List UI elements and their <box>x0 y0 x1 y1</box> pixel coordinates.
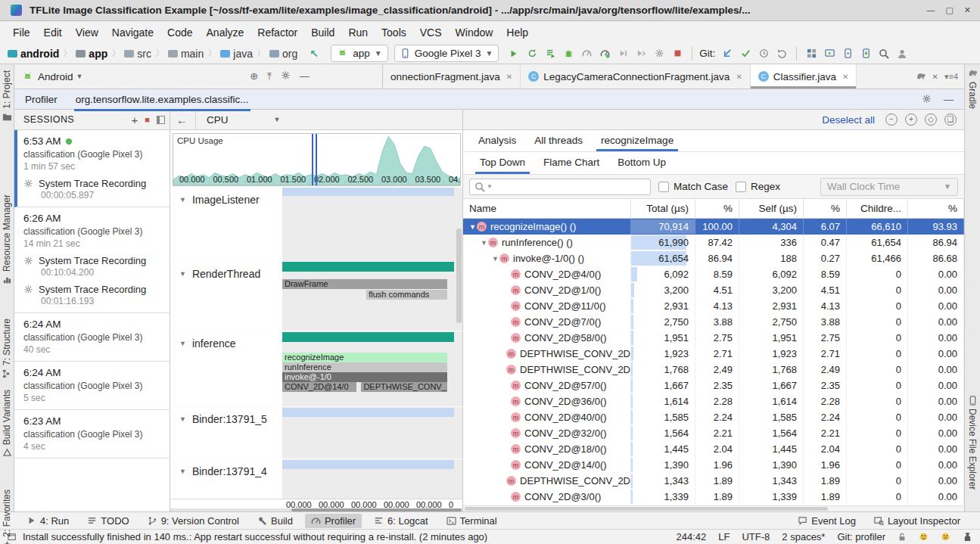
stop-session-icon[interactable]: ■ <box>145 115 150 124</box>
stop-button[interactable] <box>668 45 686 62</box>
navigate-back-icon[interactable]: ↖ <box>305 45 323 62</box>
cpu-usage-chart[interactable]: CPU Usage 00.00000.50001.00001.50002.000… <box>173 133 461 186</box>
frown-icon[interactable] <box>941 532 950 542</box>
trace-event-invoke-1-0[interactable]: invoke@-1/0 <box>282 372 447 382</box>
project-structure-button[interactable] <box>802 45 820 62</box>
trace-event[interactable] <box>282 262 454 272</box>
menu-analyze[interactable]: Analyze <box>200 23 251 42</box>
expand-thread-icon[interactable]: ▼ <box>179 196 186 204</box>
trace-event-drawframe[interactable]: DrawFrame <box>282 279 447 289</box>
menu-edit[interactable]: Edit <box>37 23 69 42</box>
recording-item[interactable]: System Trace Recording <box>23 284 163 295</box>
breadcrumb-java[interactable]: java <box>220 48 253 60</box>
table-row[interactable]: ▼minvoke@-1/0() ()61,65486.941880.2761,4… <box>463 250 964 266</box>
trace-event-recognizeimage[interactable]: recognizeImage <box>282 353 447 362</box>
attach-profiler-button[interactable] <box>632 45 650 62</box>
expand-thread-icon[interactable]: ▼ <box>179 340 186 347</box>
breadcrumb-main[interactable]: main <box>168 48 204 60</box>
table-row[interactable]: mCONV_2D@57/0()1,6672.351,6672.3500.00 <box>463 378 964 393</box>
toolwindow-9-version-control[interactable]: 9: Version Control <box>142 514 245 528</box>
locate-file-icon[interactable]: ⊕ <box>250 70 258 82</box>
expand-row-icon[interactable]: ▼ <box>481 239 488 247</box>
thread-track-imagelistener[interactable]: ▼ImageListener <box>170 187 463 261</box>
trace-event-depthwise-conv-[interactable]: DEPTHWISE_CONV_... <box>361 382 447 392</box>
project-view-selector[interactable]: Android <box>38 71 73 82</box>
column-header[interactable]: Self (µs) <box>739 199 804 218</box>
zoom-out-icon[interactable]: − <box>885 113 898 126</box>
table-row[interactable]: mDEPTHWISE_CONV_2D1,7682.491,7682.4900.0… <box>463 362 964 378</box>
hidden-tabs-dropdown[interactable]: ▾≡4 <box>944 72 958 82</box>
subtab-top-down[interactable]: Top Down <box>474 153 531 174</box>
stage-selector-dropdown[interactable]: CPU ▼ <box>196 114 280 126</box>
table-row[interactable]: mCONV_2D@3/0()1,3391.891,3391.8900.00 <box>463 489 964 505</box>
column-header[interactable]: Childre... <box>847 199 908 218</box>
menu-file[interactable]: File <box>6 23 37 42</box>
breadcrumb-android[interactable]: android <box>8 48 59 60</box>
tracks-vertical-scrollbar[interactable] <box>456 228 462 323</box>
stripe-item-2-favorites[interactable]: 2: Favorites <box>0 490 14 544</box>
subtab-bottom-up[interactable]: Bottom Up <box>611 153 672 174</box>
expand-thread-icon[interactable]: ▼ <box>179 468 186 475</box>
table-row[interactable]: ▼mrecognizeImage() ()70,914100.004,3046.… <box>463 219 964 235</box>
table-row[interactable]: mCONV_2D@14/0()1,3901.961,3901.9600.00 <box>463 457 964 473</box>
menu-build[interactable]: Build <box>304 23 341 42</box>
thread-track-renderthread[interactable]: ▼RenderThreadDrawFrameflush commands <box>170 261 463 331</box>
toolwindow-event-log[interactable]: Event Log <box>792 514 862 528</box>
project-panel-header[interactable]: Android ▼ ⊕ ⤒ — <box>14 64 383 89</box>
selection-line[interactable] <box>312 134 313 185</box>
run-button[interactable] <box>505 45 523 62</box>
minimize-button[interactable]: — <box>926 5 935 15</box>
profile-avatar-button[interactable] <box>893 45 911 62</box>
collapse-all-icon[interactable]: ⤒ <box>267 70 272 82</box>
figure-icon[interactable] <box>963 532 972 542</box>
toolwindow-terminal[interactable]: Terminal <box>440 514 503 528</box>
toolwindow-todo[interactable]: TODO <box>81 514 135 528</box>
toolwindow-layout-inspector[interactable]: Layout Inspector <box>868 514 966 528</box>
close-tab-icon[interactable]: ✕ <box>842 73 848 81</box>
stripe-item-resource-manager[interactable]: Resource Manager <box>0 194 14 284</box>
profiler-button[interactable] <box>596 45 614 62</box>
breadcrumb-org[interactable]: org <box>269 48 297 60</box>
stripe-item-1-project[interactable]: 1: Project <box>0 70 14 122</box>
zoom-to-selection-icon[interactable]: ❑ <box>944 113 957 126</box>
status-message[interactable]: Install successfully finished in 140 ms.… <box>23 531 487 542</box>
menu-vcs[interactable]: VCS <box>413 23 449 42</box>
table-row[interactable]: mCONV_2D@4/0()6,0928.596,0928.5900.00 <box>463 266 964 282</box>
table-row[interactable]: mDEPTHWISE_CONV_2D1,3431.891,3431.8900.0… <box>463 473 964 489</box>
search-everywhere-button[interactable] <box>875 45 893 62</box>
thread-track-binder-13791-5[interactable]: ▼Binder:13791_5 <box>170 406 463 459</box>
column-header[interactable]: % <box>804 199 847 218</box>
trace-event[interactable] <box>282 408 454 417</box>
session-item[interactable]: 6:24 AMclassification (Google Pixel 3)40… <box>14 313 170 362</box>
editor-tab-Classifier-java[interactable]: CClassifier.java✕ <box>751 64 857 89</box>
expand-row-icon[interactable]: ▼ <box>469 223 477 231</box>
expand-thread-icon[interactable]: ▼ <box>179 270 186 278</box>
smile-icon[interactable] <box>919 532 929 542</box>
git-update-button[interactable] <box>718 45 736 62</box>
table-row[interactable]: mCONV_2D@1/0()3,2004.513,2004.5100.00 <box>463 282 964 298</box>
stripe-item-gradle[interactable]: Gradle <box>965 69 980 109</box>
git-rollback-button[interactable] <box>773 45 791 62</box>
table-row[interactable]: mCONV_2D@32/0()1,5642.211,5642.2100.00 <box>463 425 964 441</box>
subtab-flame-chart[interactable]: Flame Chart <box>537 153 605 174</box>
match-case-checkbox[interactable]: Match Case <box>658 181 728 192</box>
thread-track-inference[interactable]: ▼inferencerecognizeImagerunInferenceinvo… <box>170 331 463 406</box>
analysis-tab-analysis[interactable]: Analysis <box>471 131 524 151</box>
run-config-dropdown[interactable]: app▼ <box>331 45 387 62</box>
menu-refactor[interactable]: Refactor <box>250 23 304 42</box>
collapse-sessions-icon[interactable] <box>157 116 165 124</box>
analysis-tab-recognizeimage[interactable]: recognizeImage <box>593 131 681 151</box>
profiler-session-tab[interactable]: org.tensorflow.lite.examples.classific..… <box>74 91 250 108</box>
hide-panel-icon[interactable]: — <box>300 70 310 82</box>
apply-changes-button[interactable] <box>523 45 541 62</box>
table-row[interactable]: mCONV_2D@40/0()1,5852.241,5852.2400.00 <box>463 409 964 425</box>
git-commit-button[interactable] <box>736 45 754 62</box>
toolwindow-build[interactable]: Build <box>251 514 299 528</box>
back-arrow-icon[interactable]: ← <box>170 110 196 129</box>
session-item[interactable]: 6:53 AMclassification (Google Pixel 3)1 … <box>14 130 170 207</box>
regex-checkbox[interactable]: Regex <box>736 181 780 192</box>
git-branch[interactable]: Git: profiler <box>837 531 885 542</box>
menu-tools[interactable]: Tools <box>375 23 413 42</box>
filter-search-input[interactable]: ▼ <box>469 179 651 195</box>
breadcrumb-app[interactable]: app <box>76 48 107 60</box>
